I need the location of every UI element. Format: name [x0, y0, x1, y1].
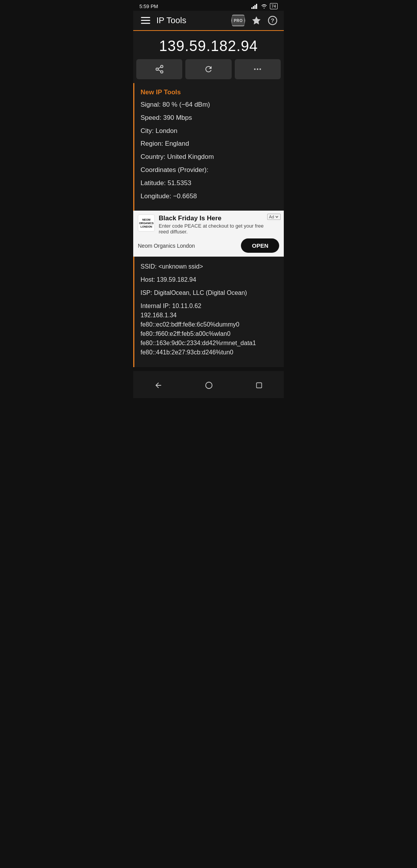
back-button[interactable] — [146, 376, 170, 393]
svg-rect-2 — [254, 5, 256, 9]
home-icon — [205, 381, 213, 390]
status-time: 5:59 PM — [139, 3, 158, 9]
home-button[interactable] — [197, 376, 221, 393]
svg-rect-3 — [256, 4, 257, 9]
status-icons: 74 — [251, 3, 278, 9]
chevron-down-icon — [275, 215, 279, 219]
ip-display: 139.59.182.94 — [133, 31, 284, 59]
recent-button[interactable] — [247, 376, 271, 393]
refresh-icon — [204, 65, 213, 74]
svg-rect-18 — [256, 383, 261, 388]
isp-row: ISP: DigitalOcean, LLC (Digital Ocean) — [141, 288, 278, 298]
info-section: New IP Tools Signal: 80 % (−64 dBm) Spee… — [133, 83, 284, 211]
ad-title: Black Friday Is Here — [159, 214, 264, 222]
share-button[interactable] — [136, 59, 182, 79]
svg-rect-0 — [251, 7, 253, 9]
ssid-row: SSID: <unknown ssid> — [141, 262, 278, 271]
svg-point-15 — [257, 68, 258, 70]
battery-icon: 74 — [270, 3, 278, 9]
signal-row: Signal: 80 % (−64 dBm) — [141, 100, 278, 109]
svg-point-11 — [161, 71, 163, 73]
help-icon: ? — [268, 15, 278, 26]
svg-line-13 — [158, 67, 161, 69]
ad-banner: Ad NEOM ORGANICS LONDON Black Friday Is … — [133, 211, 284, 257]
ad-footer: Neom Organics London OPEN — [138, 238, 279, 253]
wifi-icon — [261, 3, 268, 9]
city-row: City: London — [141, 126, 278, 136]
svg-text:?: ? — [271, 17, 274, 24]
star-button[interactable] — [251, 15, 261, 26]
menu-button[interactable] — [139, 17, 152, 24]
region-row: Region: England — [141, 139, 278, 148]
ad-open-button[interactable]: OPEN — [241, 238, 279, 253]
svg-point-16 — [259, 68, 261, 70]
ad-logo: NEOM ORGANICS LONDON — [138, 214, 155, 231]
refresh-button[interactable] — [185, 59, 231, 79]
internal-ip-row: Internal IP: 10.11.0.62 192.168.1.34 fe8… — [141, 301, 278, 357]
svg-rect-6 — [141, 23, 150, 24]
section-title: New IP Tools — [141, 89, 278, 96]
country-row: Country: United Kingdom — [141, 152, 278, 162]
ad-subtitle: Enter code PEACE at checkout to get your… — [159, 223, 264, 235]
details-section: SSID: <unknown ssid> Host: 139.59.182.94… — [133, 257, 284, 367]
bottom-nav — [133, 371, 284, 398]
pro-badge[interactable]: PRO — [231, 15, 245, 26]
status-bar: 5:59 PM 74 — [133, 0, 284, 11]
ad-text: Black Friday Is Here Enter code PEACE at… — [159, 214, 264, 235]
star-icon — [251, 15, 261, 26]
svg-point-9 — [161, 65, 163, 68]
help-button[interactable]: ? — [268, 15, 278, 26]
speed-row: Speed: 390 Mbps — [141, 113, 278, 123]
recent-icon — [255, 381, 263, 389]
nav-icons: PRO ? — [231, 15, 278, 26]
svg-point-14 — [254, 68, 256, 70]
app-title: IP Tools — [156, 15, 227, 26]
longitude-row: Longitude: −0.6658 — [141, 192, 278, 201]
menu-icon — [141, 17, 150, 24]
svg-rect-4 — [141, 17, 150, 18]
action-buttons — [133, 59, 284, 83]
ad-brand: Neom Organics London — [138, 243, 195, 249]
svg-line-12 — [158, 70, 161, 71]
latitude-row: Latitude: 51.5353 — [141, 179, 278, 188]
more-button[interactable] — [235, 59, 281, 79]
svg-rect-5 — [141, 20, 150, 21]
ip-address: 139.59.182.94 — [159, 38, 258, 54]
svg-point-10 — [156, 68, 158, 70]
more-icon — [253, 65, 262, 74]
host-row: Host: 139.59.182.94 — [141, 275, 278, 284]
back-icon — [154, 381, 163, 390]
share-icon — [155, 65, 164, 74]
ad-content: NEOM ORGANICS LONDON Black Friday Is Her… — [138, 214, 264, 235]
ad-label: Ad — [267, 214, 281, 220]
coords-label: Coordinates (Provider): — [141, 165, 278, 175]
signal-icon — [251, 3, 258, 9]
svg-rect-1 — [253, 6, 254, 9]
svg-point-17 — [206, 382, 212, 388]
top-nav: IP Tools PRO ? — [133, 11, 284, 31]
